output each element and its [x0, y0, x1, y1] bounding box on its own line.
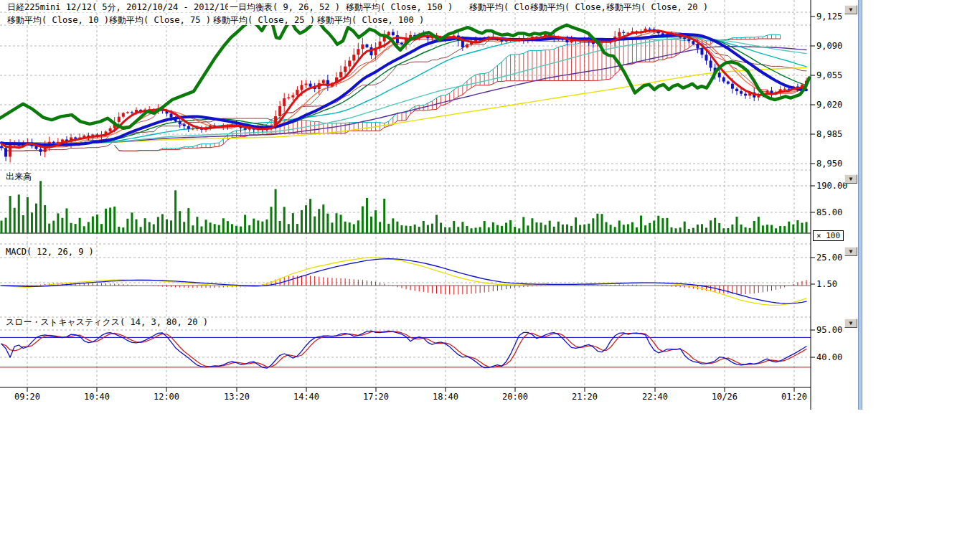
price-tick-9020: 9,020 — [816, 100, 842, 110]
x-tick-2120: 21:20 — [569, 392, 600, 402]
chart-plot-area — [0, 0, 864, 413]
price-panel-dropdown-button[interactable]: ▼ — [844, 5, 857, 14]
x-tick-2000: 20:00 — [499, 392, 531, 402]
volume-panel-dropdown-button[interactable]: ▼ — [844, 174, 857, 184]
volume-multiplier-box: × 100 — [813, 230, 844, 241]
macd-tick-25: 25.00 — [816, 253, 842, 263]
stoch-tick-40: 40.00 — [816, 352, 842, 362]
volume-panel-label: 出来高 — [6, 171, 32, 182]
price-tick-8985: 8,985 — [816, 129, 842, 139]
legend-ma75: 移動平均( Close, 75 ) — [108, 15, 212, 25]
x-tick-1040: 10:40 — [81, 392, 113, 402]
price-tick-9125: 9,125 — [816, 11, 842, 22]
volume-tick-190: 190.00 — [816, 181, 847, 191]
vertical-scrollbar[interactable] — [858, 0, 862, 410]
chart-application-window: 日経225mini 12/12( 5分, 2012/10/24 - 2012/1… — [0, 0, 980, 551]
volume-tick-85: 85.00 — [816, 207, 842, 217]
x-tick-1026: 10/26 — [709, 392, 740, 402]
stoch-tick-95: 95.00 — [816, 325, 842, 335]
legend-ma25: 移動平均( Close, 25 ) — [212, 15, 316, 25]
price-tick-9055: 9,055 — [816, 70, 842, 80]
macd-panel-dropdown-button[interactable]: ▼ — [844, 247, 857, 256]
stoch-panel-dropdown-button[interactable]: ▼ — [844, 319, 857, 328]
x-tick-1320: 13:20 — [221, 392, 253, 402]
stoch-panel-label: スロー・ストキャスティクス( 14, 3, 80, 20 ) — [6, 317, 208, 327]
legend-ma150: 移動平均( Close, 150 ) — [344, 2, 454, 12]
legend-ma100: 移動平均( Close, 100 ) — [316, 15, 425, 25]
x-tick-2240: 22:40 — [639, 392, 671, 402]
x-tick-1200: 12:00 — [151, 392, 182, 402]
x-tick-1840: 18:40 — [430, 392, 461, 402]
x-tick-0120: 01:20 — [778, 392, 810, 402]
macd-tick-15: 1.50 — [816, 279, 837, 289]
legend-ichimoku: 一目均衡表( 9, 26, 52 ) — [228, 2, 341, 12]
x-tick-1440: 14:40 — [291, 392, 322, 402]
price-tick-8950: 8,950 — [816, 159, 842, 169]
legend-ma10: 移動平均( Close, 10 ) — [6, 15, 110, 25]
legend-ma20: 移動平均( Close, 20 ) — [605, 2, 710, 12]
chart-title: 日経225mini 12/12( 5分, 2012/10/24 - 2012/1… — [6, 2, 258, 12]
price-tick-9090: 9,090 — [816, 41, 842, 51]
x-tick-1720: 17:20 — [360, 392, 392, 402]
x-tick-0920: 09:20 — [11, 392, 43, 402]
macd-panel-label: MACD( 12, 26, 9 ) — [6, 247, 94, 257]
